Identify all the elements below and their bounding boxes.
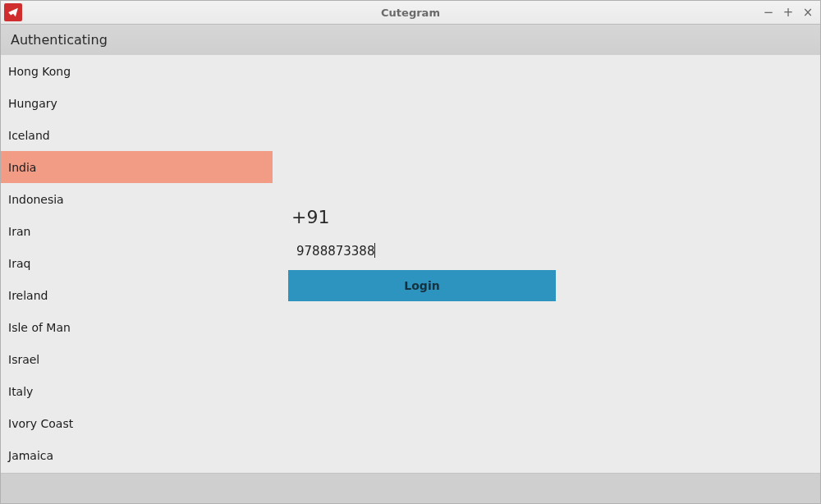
country-label: Iraq (8, 257, 30, 270)
country-item[interactable]: Iran (1, 215, 273, 247)
paper-plane-icon (7, 7, 19, 18)
country-item[interactable]: Jamaica (1, 439, 273, 471)
country-label: Iceland (8, 129, 50, 142)
country-label: Ireland (8, 289, 48, 302)
country-list[interactable]: Hong Kong Hungary Iceland India Indonesi… (1, 55, 273, 471)
country-item[interactable]: Italy (1, 375, 273, 407)
country-item-selected[interactable]: India (1, 151, 273, 183)
login-panel: +91 9788873388 Login (288, 207, 556, 301)
text-cursor (374, 243, 375, 258)
dial-code-label: +91 (288, 207, 556, 227)
country-label: Isle of Man (8, 321, 71, 334)
country-label: Hungary (8, 97, 57, 110)
country-label: Italy (8, 385, 33, 398)
country-label: Ivory Coast (8, 417, 73, 430)
country-label: Israel (8, 353, 39, 366)
subheader: Authenticating (1, 25, 820, 55)
window-title: Cutegram (1, 7, 820, 19)
country-item[interactable]: Ireland (1, 279, 273, 311)
country-label: Hong Kong (8, 65, 71, 78)
content-area: Hong Kong Hungary Iceland India Indonesi… (1, 55, 820, 473)
bottom-bar (1, 473, 820, 503)
phone-input[interactable]: 9788873388 (288, 239, 556, 263)
country-item[interactable]: Iraq (1, 247, 273, 279)
country-label: Jamaica (8, 449, 53, 462)
close-button[interactable]: × (802, 7, 814, 19)
titlebar: Cutegram − + × (1, 1, 820, 25)
maximize-button[interactable]: + (782, 7, 794, 19)
country-item[interactable]: Indonesia (1, 183, 273, 215)
subheader-text: Authenticating (11, 32, 108, 48)
country-item[interactable]: Hong Kong (1, 55, 273, 87)
app-window: Cutegram − + × Authenticating Hong Kong … (0, 0, 821, 504)
country-label: India (8, 161, 36, 174)
country-item[interactable]: Isle of Man (1, 311, 273, 343)
country-item[interactable]: Israel (1, 343, 273, 375)
country-item[interactable]: Hungary (1, 87, 273, 119)
app-icon (4, 3, 22, 21)
window-controls: − + × (763, 1, 814, 24)
login-button[interactable]: Login (288, 270, 556, 301)
country-item[interactable]: Iceland (1, 119, 273, 151)
country-label: Iran (8, 225, 30, 238)
login-button-label: Login (404, 279, 439, 292)
minimize-button[interactable]: − (763, 7, 774, 19)
country-label: Indonesia (8, 193, 64, 206)
phone-value: 9788873388 (296, 244, 374, 259)
country-item[interactable]: Ivory Coast (1, 407, 273, 439)
